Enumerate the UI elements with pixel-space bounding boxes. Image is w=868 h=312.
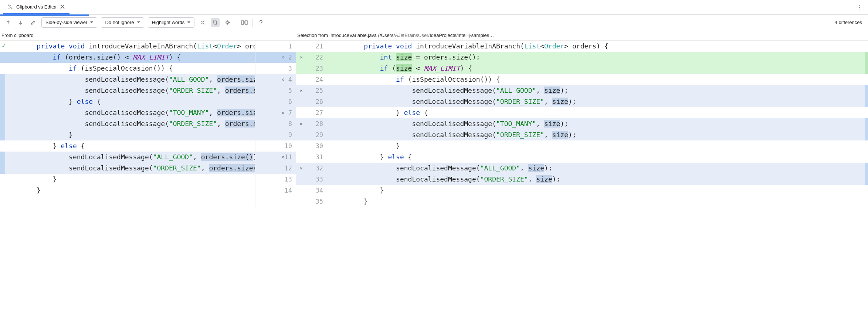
code-line[interactable]: sendLocalisedMessage("TOO_MANY", orders.…: [0, 107, 255, 118]
code-line[interactable]: }: [327, 196, 868, 207]
line-number[interactable]: 31: [296, 152, 327, 163]
svg-rect-1: [241, 21, 244, 24]
code-line[interactable]: sendLocalisedMessage("ORDER_SIZE", size)…: [327, 174, 868, 185]
chevron-down-icon: [137, 21, 140, 23]
right-pane-header: Selection from IntroduceVariable.java (/…: [296, 30, 868, 40]
line-number[interactable]: 22«: [296, 52, 327, 63]
diff-body: ✓ private void introduceVariableInABranc…: [0, 41, 868, 207]
code-line[interactable]: }: [0, 185, 255, 196]
code-line[interactable]: if (size < MAX_LIMIT) {: [327, 63, 868, 74]
right-pane-title-suffix: IdeaProjects/intellij-samples…: [430, 33, 494, 38]
prev-diff-button[interactable]: [4, 18, 13, 27]
tab-overflow-menu[interactable]: ⋮: [854, 3, 865, 11]
edit-button[interactable]: [29, 18, 38, 27]
line-number[interactable]: 29: [296, 129, 327, 140]
close-icon[interactable]: [60, 4, 65, 9]
left-gutter[interactable]: 1»23»456»78910»11121314: [255, 41, 296, 207]
line-number[interactable]: 26: [296, 96, 327, 107]
code-line[interactable]: }: [327, 185, 868, 196]
line-number[interactable]: 13: [255, 174, 296, 185]
code-line[interactable]: sendLocalisedMessage("ORDER_SIZE", order…: [0, 118, 255, 129]
left-code-pane[interactable]: ✓ private void introduceVariableInABranc…: [0, 41, 255, 207]
highlight-mode-label: Highlight words: [152, 20, 185, 25]
diff-marker[interactable]: [0, 74, 5, 140]
line-number[interactable]: 5: [255, 85, 296, 96]
line-number[interactable]: 6: [255, 96, 296, 107]
chevron-down-icon: [90, 21, 93, 23]
line-number[interactable]: 34: [296, 185, 327, 196]
diff-marker[interactable]: [865, 163, 868, 185]
code-line[interactable]: sendLocalisedMessage("ORDER_SIZE", size)…: [327, 96, 868, 107]
code-line[interactable]: }: [327, 140, 868, 152]
line-number[interactable]: 28«: [296, 118, 327, 129]
line-number[interactable]: 21: [296, 41, 327, 52]
diff-marker[interactable]: [0, 152, 5, 174]
no-problems-icon: ✓: [1, 42, 6, 49]
swap-sides-button[interactable]: [240, 18, 249, 27]
tab-diff[interactable]: Clipboard vs Editor: [3, 0, 69, 14]
svg-point-0: [227, 21, 229, 23]
settings-button[interactable]: [223, 18, 232, 27]
line-number[interactable]: 9: [255, 129, 296, 140]
code-line[interactable]: int size = orders.size();: [327, 52, 868, 63]
code-line[interactable]: sendLocalisedMessage("ALL_GOOD", size);: [327, 163, 868, 174]
line-number[interactable]: »2: [255, 52, 296, 63]
code-line[interactable]: if (isSpecialOccasion()) {: [327, 74, 868, 85]
ignore-mode-dropdown[interactable]: Do not ignore: [101, 17, 144, 28]
diff-count-label: 4 differences: [835, 20, 864, 25]
code-line[interactable]: } else {: [327, 107, 868, 118]
line-number[interactable]: 12: [255, 163, 296, 174]
code-line[interactable]: sendLocalisedMessage("ALL_GOOD", size);: [327, 85, 868, 96]
right-pane-title-prefix: Selection from IntroduceVariable.java (/…: [297, 33, 395, 38]
diff-marker[interactable]: [865, 118, 868, 140]
svg-rect-2: [245, 21, 247, 24]
line-number[interactable]: »7: [255, 107, 296, 118]
code-line[interactable]: sendLocalisedMessage("TOO_MANY", size);: [327, 118, 868, 129]
line-number[interactable]: 23: [296, 63, 327, 74]
code-line[interactable]: sendLocalisedMessage("ORDER_SIZE", size)…: [327, 129, 868, 140]
line-number[interactable]: 1: [255, 41, 296, 52]
code-line[interactable]: sendLocalisedMessage("ALL_GOOD", orders.…: [0, 152, 255, 163]
next-diff-button[interactable]: [16, 18, 25, 27]
line-number[interactable]: 33: [296, 174, 327, 185]
line-number[interactable]: 8: [255, 118, 296, 129]
toolbar-separator: [236, 18, 236, 27]
right-code-pane[interactable]: private void introduceVariableInABranch(…: [327, 41, 868, 207]
code-line[interactable]: }: [0, 129, 255, 140]
code-line[interactable]: sendLocalisedMessage("ORDER_SIZE", order…: [0, 163, 255, 174]
sync-scroll-button[interactable]: [211, 18, 220, 27]
diff-marker[interactable]: [0, 52, 5, 63]
line-number[interactable]: 32«: [296, 163, 327, 174]
line-number[interactable]: »11: [255, 152, 296, 163]
code-line[interactable]: if (orders.size() < MAX_LIMIT) {: [0, 52, 255, 63]
left-pane-header: From clipboard: [0, 30, 296, 40]
diff-toolbar: Side-by-side viewer Do not ignore Highli…: [0, 15, 868, 30]
highlight-mode-dropdown[interactable]: Highlight words: [148, 17, 195, 28]
diff-marker[interactable]: [865, 52, 868, 74]
line-number[interactable]: 27: [296, 107, 327, 118]
code-line[interactable]: }: [0, 174, 255, 185]
collapse-unchanged-button[interactable]: [198, 18, 207, 27]
right-gutter[interactable]: 2122«232425«262728«29303132«333435: [296, 41, 327, 207]
code-line[interactable]: } else {: [0, 140, 255, 152]
viewer-mode-label: Side-by-side viewer: [45, 20, 87, 25]
code-line[interactable]: private void introduceVariableInABranch(…: [0, 41, 255, 52]
line-number[interactable]: 30: [296, 140, 327, 152]
line-number[interactable]: 10: [255, 140, 296, 152]
diff-marker[interactable]: [865, 85, 868, 107]
line-number[interactable]: 25«: [296, 85, 327, 96]
line-number[interactable]: 24: [296, 74, 327, 85]
code-line[interactable]: if (isSpecialOccasion()) {: [0, 63, 255, 74]
line-number[interactable]: »4: [255, 74, 296, 85]
code-line[interactable]: private void introduceVariableInABranch(…: [327, 41, 868, 52]
code-line[interactable]: sendLocalisedMessage("ORDER_SIZE", order…: [0, 85, 255, 96]
code-line[interactable]: } else {: [0, 96, 255, 107]
help-button[interactable]: [257, 18, 265, 27]
tab-active-indicator: [0, 14, 89, 16]
line-number[interactable]: 35: [296, 196, 327, 207]
code-line[interactable]: } else {: [327, 152, 868, 163]
code-line[interactable]: sendLocalisedMessage("ALL_GOOD", orders.…: [0, 74, 255, 85]
line-number[interactable]: 14: [255, 185, 296, 196]
viewer-mode-dropdown[interactable]: Side-by-side viewer: [41, 17, 97, 28]
line-number[interactable]: 3: [255, 63, 296, 74]
